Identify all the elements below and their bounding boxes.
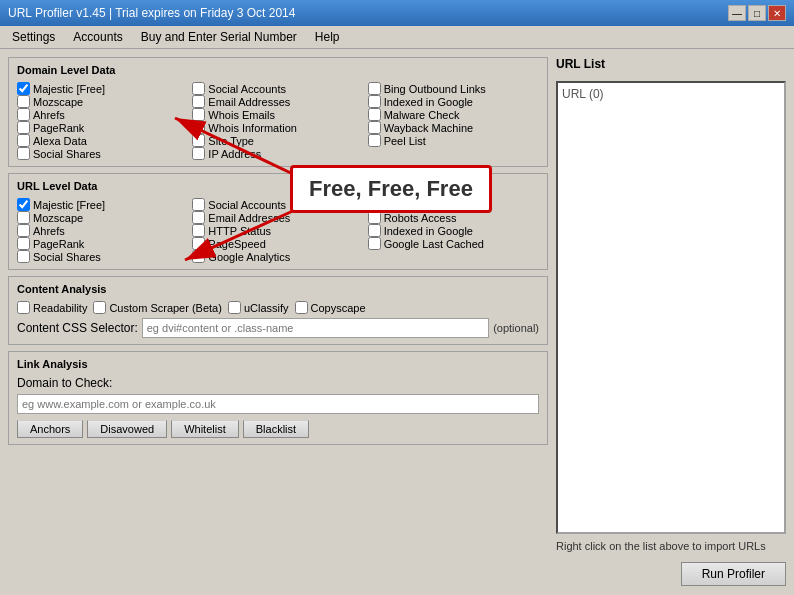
left-panel: Domain Level Data Majestic [Free] Mozsca… [8, 57, 548, 586]
free-banner: Free, Free, Free [290, 165, 492, 213]
url-col1: Majestic [Free] Mozscape Ahrefs Pag [17, 198, 188, 263]
domain-ip-addr-check[interactable] [192, 147, 205, 160]
css-selector-label: Content CSS Selector: [17, 321, 138, 335]
css-selector-input[interactable] [142, 318, 489, 338]
url-majestic-check[interactable] [17, 198, 30, 211]
url-social-shares: Social Shares [17, 250, 188, 263]
url-pagespeed: PageSpeed [192, 237, 363, 250]
menu-accounts[interactable]: Accounts [65, 28, 130, 46]
domain-indexed-google-label: Indexed in Google [384, 96, 473, 108]
domain-malware: Malware Check [368, 108, 539, 121]
content-custom-scraper-check[interactable] [93, 301, 106, 314]
url-pagerank-check[interactable] [17, 237, 30, 250]
domain-indexed-google-check[interactable] [368, 95, 381, 108]
domain-level-grid: Majestic [Free] Mozscape Ahrefs Pag [17, 82, 539, 160]
run-profiler-button[interactable]: Run Profiler [681, 562, 786, 586]
url-ahrefs-label: Ahrefs [33, 225, 65, 237]
content-uclassify-check[interactable] [228, 301, 241, 314]
content-uclassify: uClassify [228, 301, 289, 314]
domain-ahrefs-label: Ahrefs [33, 109, 65, 121]
url-indexed-google-check[interactable] [368, 224, 381, 237]
url-pagespeed-check[interactable] [192, 237, 205, 250]
domain-social-shares-label: Social Shares [33, 148, 101, 160]
url-social-accounts-label: Social Accounts [208, 199, 286, 211]
domain-bing-outbound-check[interactable] [368, 82, 381, 95]
domain-social-accounts: Social Accounts [192, 82, 363, 95]
content-readability-label: Readability [33, 302, 87, 314]
menu-buy-serial[interactable]: Buy and Enter Serial Number [133, 28, 305, 46]
link-analysis-title: Link Analysis [17, 358, 539, 370]
url-pagerank-label: PageRank [33, 238, 84, 250]
domain-indexed-google: Indexed in Google [368, 95, 539, 108]
domain-email-addr-label: Email Addresses [208, 96, 290, 108]
domain-ip-addr: IP Address [192, 147, 363, 160]
optional-label: (optional) [493, 322, 539, 334]
url-http-status: HTTP Status [192, 224, 363, 237]
domain-check-input[interactable] [17, 394, 539, 414]
content-copyscape-check[interactable] [295, 301, 308, 314]
domain-whois-info-check[interactable] [192, 121, 205, 134]
url-google-analytics-check[interactable] [192, 250, 205, 263]
content-custom-scraper-label: Custom Scraper (Beta) [109, 302, 221, 314]
domain-malware-label: Malware Check [384, 109, 460, 121]
menu-settings[interactable]: Settings [4, 28, 63, 46]
url-social-accounts-check[interactable] [192, 198, 205, 211]
close-button[interactable]: ✕ [768, 5, 786, 21]
domain-pagerank-check[interactable] [17, 121, 30, 134]
disavowed-button[interactable]: Disavowed [87, 420, 167, 438]
anchors-button[interactable]: Anchors [17, 420, 83, 438]
url-ahrefs: Ahrefs [17, 224, 188, 237]
domain-social-accounts-check[interactable] [192, 82, 205, 95]
maximize-button[interactable]: □ [748, 5, 766, 21]
url-email-addr-check[interactable] [192, 211, 205, 224]
domain-ahrefs: Ahrefs [17, 108, 188, 121]
url-mozscape-label: Mozscape [33, 212, 83, 224]
title-bar-text: URL Profiler v1.45 | Trial expires on Fr… [8, 6, 295, 20]
url-social-shares-check[interactable] [17, 250, 30, 263]
domain-ahrefs-check[interactable] [17, 108, 30, 121]
content-analysis-row: Readability Custom Scraper (Beta) uClass… [17, 301, 539, 314]
url-ahrefs-check[interactable] [17, 224, 30, 237]
domain-alexa-check[interactable] [17, 134, 30, 147]
whitelist-button[interactable]: Whitelist [171, 420, 239, 438]
content-readability-check[interactable] [17, 301, 30, 314]
domain-malware-check[interactable] [368, 108, 381, 121]
url-http-status-check[interactable] [192, 224, 205, 237]
url-list-content: URL (0) [562, 87, 604, 101]
right-bottom-text: Right click on the list above to import … [556, 540, 786, 552]
domain-whois-emails: Whois Emails [192, 108, 363, 121]
url-robots-access-label: Robots Access [384, 212, 457, 224]
menu-help[interactable]: Help [307, 28, 348, 46]
url-indexed-google: Indexed in Google [368, 224, 539, 237]
right-panel: URL List URL (0) Right click on the list… [556, 57, 786, 586]
domain-bing-outbound: Bing Outbound Links [368, 82, 539, 95]
domain-pagerank: PageRank [17, 121, 188, 134]
menu-bar: Settings Accounts Buy and Enter Serial N… [0, 26, 794, 49]
domain-email-addr-check[interactable] [192, 95, 205, 108]
url-http-status-label: HTTP Status [208, 225, 271, 237]
url-google-last-cached-check[interactable] [368, 237, 381, 250]
content-copyscape: Copyscape [295, 301, 366, 314]
title-bar: URL Profiler v1.45 | Trial expires on Fr… [0, 0, 794, 26]
domain-pagerank-label: PageRank [33, 122, 84, 134]
url-majestic-label: Majestic [Free] [33, 199, 105, 211]
domain-social-shares-check[interactable] [17, 147, 30, 160]
blacklist-button[interactable]: Blacklist [243, 420, 309, 438]
url-mozscape-check[interactable] [17, 211, 30, 224]
url-list-box[interactable]: URL (0) [556, 81, 786, 534]
url-mozscape: Mozscape [17, 211, 188, 224]
content-analysis-section: Content Analysis Readability Custom Scra… [8, 276, 548, 345]
domain-level-title: Domain Level Data [17, 64, 539, 76]
domain-site-type-check[interactable] [192, 134, 205, 147]
domain-peel-list-check[interactable] [368, 134, 381, 147]
domain-whois-emails-check[interactable] [192, 108, 205, 121]
domain-mozscape-check[interactable] [17, 95, 30, 108]
content-analysis-title: Content Analysis [17, 283, 539, 295]
domain-majestic-check[interactable] [17, 82, 30, 95]
domain-wayback-check[interactable] [368, 121, 381, 134]
domain-social-accounts-label: Social Accounts [208, 83, 286, 95]
domain-level-section: Domain Level Data Majestic [Free] Mozsca… [8, 57, 548, 167]
minimize-button[interactable]: — [728, 5, 746, 21]
domain-alexa: Alexa Data [17, 134, 188, 147]
url-google-analytics-label: Google Analytics [208, 251, 290, 263]
